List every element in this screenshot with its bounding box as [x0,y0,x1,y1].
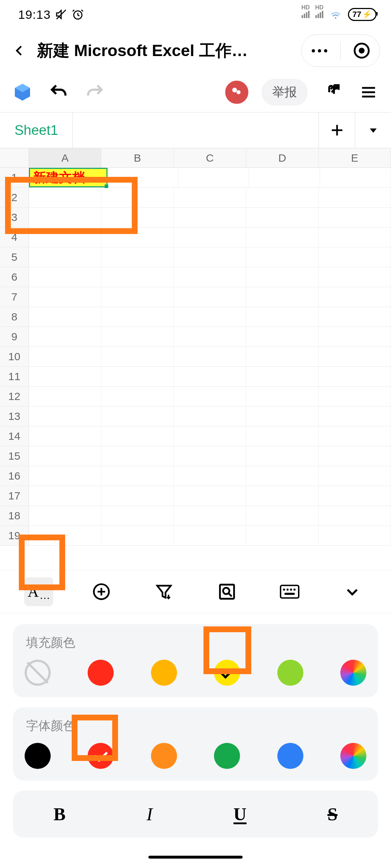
cell[interactable] [246,446,319,466]
cell[interactable] [246,267,319,287]
color-swatch-none[interactable] [25,660,51,686]
cell[interactable] [246,387,319,406]
cell[interactable] [174,387,246,406]
row-number[interactable]: 1 [0,168,29,187]
filter-tab-button[interactable] [150,577,178,606]
cell[interactable] [319,407,391,426]
app-logo-icon[interactable] [11,81,34,104]
cell[interactable] [101,347,174,366]
strike-button[interactable]: S [327,804,337,825]
cell[interactable] [319,367,391,386]
cell[interactable] [246,526,319,545]
color-swatch[interactable] [151,743,177,769]
cell[interactable] [319,327,391,346]
cell[interactable] [29,188,101,207]
share-button[interactable] [321,81,344,104]
cell[interactable] [101,526,174,545]
cell[interactable] [174,247,246,267]
nav-handle[interactable] [148,856,243,859]
cell[interactable] [101,486,174,506]
cell[interactable] [174,526,246,545]
cell[interactable] [319,506,391,526]
cell[interactable] [101,208,174,227]
cell[interactable] [29,327,101,346]
cell[interactable] [101,327,174,346]
cell[interactable] [108,168,178,187]
cell[interactable] [319,486,391,506]
cell[interactable] [246,367,319,386]
cell[interactable] [29,466,101,486]
row-number[interactable]: 4 [0,227,29,247]
cell[interactable] [174,267,246,287]
color-swatch-rainbow[interactable] [340,660,366,686]
row-number[interactable]: 6 [0,267,29,287]
row-number[interactable]: 9 [0,327,29,346]
cell[interactable] [174,407,246,426]
cell[interactable] [29,526,101,545]
cell[interactable] [29,347,101,366]
record-button[interactable] [354,43,370,59]
sheet-dropdown-button[interactable] [355,112,391,148]
cell[interactable] [29,446,101,466]
cell[interactable] [101,247,174,267]
row-number[interactable]: 5 [0,247,29,267]
cell[interactable] [29,267,101,287]
col-head-b[interactable]: B [101,148,174,167]
cell[interactable] [246,307,319,327]
cell[interactable] [101,506,174,526]
cell[interactable] [246,327,319,346]
col-head-c[interactable]: C [174,148,246,167]
cell[interactable] [29,227,101,247]
col-head-a[interactable]: A [29,148,101,167]
format-tab-button[interactable]: A… [24,577,53,606]
color-swatch[interactable] [151,660,177,686]
cell[interactable] [174,506,246,526]
select-all-corner[interactable] [0,148,29,167]
cell[interactable] [319,208,391,227]
cell[interactable] [320,168,391,187]
cell[interactable] [174,486,246,506]
row-number[interactable]: 11 [0,367,29,386]
cell[interactable] [29,486,101,506]
row-number[interactable]: 19 [0,526,29,545]
cell[interactable] [246,208,319,227]
cell[interactable] [249,168,320,187]
cell[interactable] [246,506,319,526]
row-number[interactable]: 2 [0,188,29,207]
cell[interactable] [101,407,174,426]
row-number[interactable]: 17 [0,486,29,506]
row-number[interactable]: 16 [0,466,29,486]
cell[interactable] [319,188,391,207]
keyboard-tab-button[interactable] [275,577,304,606]
color-swatch[interactable] [214,660,240,686]
cell[interactable] [174,227,246,247]
bold-button[interactable]: B [54,804,66,825]
cell[interactable] [178,168,249,187]
hamburger-menu-button[interactable] [357,81,380,104]
row-number[interactable]: 12 [0,387,29,406]
cell[interactable] [319,307,391,327]
row-number[interactable]: 18 [0,506,29,526]
cell[interactable] [246,188,319,207]
cell[interactable] [29,367,101,386]
row-number[interactable]: 7 [0,287,29,307]
sheet-tab-1[interactable]: Sheet1 [0,112,73,148]
cell[interactable] [319,267,391,287]
cell[interactable] [319,287,391,307]
back-button[interactable] [11,42,28,59]
report-button[interactable]: 举报 [261,79,308,106]
user-avatar[interactable] [225,81,248,104]
cell[interactable] [101,287,174,307]
row-number[interactable]: 13 [0,407,29,426]
color-swatch[interactable] [277,743,303,769]
cell[interactable] [174,347,246,366]
cell[interactable] [174,466,246,486]
cell[interactable] [174,426,246,446]
cell[interactable] [174,287,246,307]
cell[interactable] [101,227,174,247]
cell[interactable] [319,347,391,366]
row-number[interactable]: 3 [0,208,29,227]
redo-button[interactable] [83,81,106,104]
col-head-e[interactable]: E [319,148,391,167]
cell[interactable] [101,446,174,466]
